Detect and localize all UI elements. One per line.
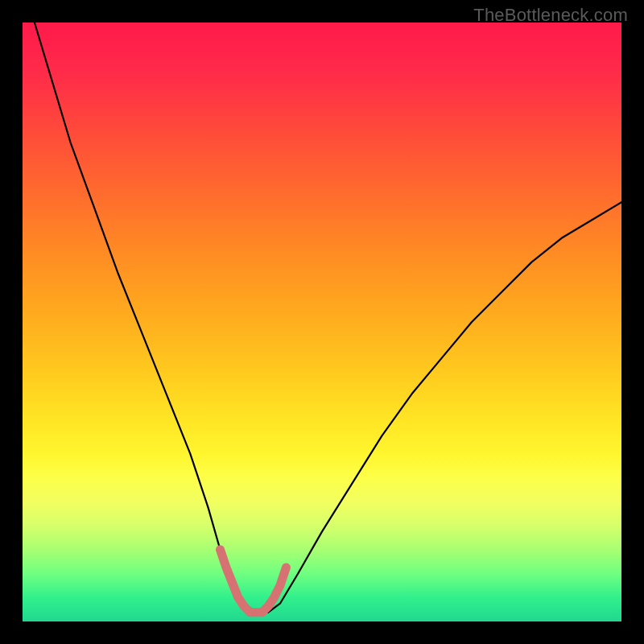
bottleneck-curve-path (35, 23, 621, 613)
plot-area (23, 23, 621, 621)
chart-wrapper: TheBottleneck.com (0, 0, 644, 644)
valley-highlight-path (221, 550, 287, 613)
curve-svg (23, 23, 621, 621)
